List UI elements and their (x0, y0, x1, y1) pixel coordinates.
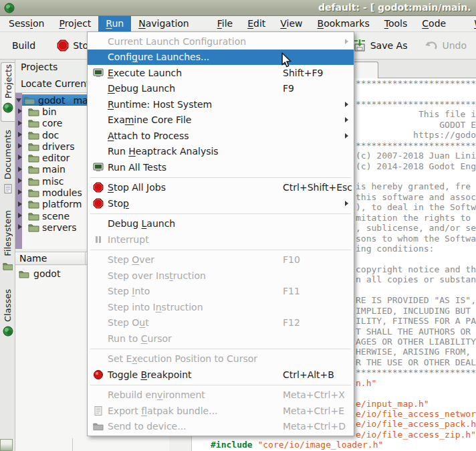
folder-icon (28, 199, 39, 209)
menubar-item-tools[interactable]: Tools (377, 16, 415, 31)
expander-closed-icon[interactable] (18, 120, 22, 126)
submenu-arrow-icon (345, 102, 348, 107)
menubar-item-view[interactable]: View (273, 16, 310, 31)
sidebar-tab-label: Documents (3, 128, 13, 181)
expander-closed-icon[interactable] (18, 167, 22, 172)
menubar-item-run[interactable]: Run (98, 16, 131, 31)
menu-item-execute-launch[interactable]: Execute LaunchShift+F9 (88, 65, 354, 81)
code-line: (c) 2007-2018 Juan Lini (356, 151, 476, 161)
menu-item-shortcut: Meta+Ctrl+X (283, 389, 345, 400)
menu-item-rebuild-environment: Rebuild environmentMeta+Ctrl+X (88, 387, 354, 403)
code-lines: ****************************************… (356, 78, 476, 450)
code-line: e/io/file_access_pack.h (356, 419, 476, 429)
code-line: GODOT E (356, 120, 476, 130)
submenu-arrow-icon (345, 39, 348, 44)
expander-closed-icon[interactable] (18, 155, 22, 160)
blank-icon (92, 333, 105, 344)
sidebar-tab-documents[interactable]: Documents (1, 128, 15, 202)
code-line: n.h" (356, 378, 476, 388)
editor-tab[interactable] (353, 62, 378, 78)
menu-item-shortcut: Meta+Ctrl+E (283, 405, 344, 416)
blank-icon (92, 52, 105, 63)
expander-closed-icon[interactable] (18, 143, 22, 149)
folder-icon (28, 130, 39, 140)
menu-item-toggle-breakpoint[interactable]: Toggle BreakpointCtrl+Alt+B (88, 367, 354, 383)
menubar-item-file[interactable]: File (210, 16, 240, 31)
code-line: copyright notice and th (356, 264, 476, 274)
code-line: ILITY, FITNESS FOR A PA (356, 316, 476, 326)
menu-item-shortcut: F9 (283, 83, 294, 94)
sidebar-tab-classes[interactable]: Classes (1, 288, 15, 341)
blank-icon (92, 270, 105, 281)
save-as-button[interactable]: Save As (349, 36, 412, 55)
menu-item-stop[interactable]: Stop (88, 195, 354, 211)
expander-open-icon[interactable] (16, 98, 21, 102)
menu-item-runtime-host-system[interactable]: Runtime: Host System (88, 96, 354, 112)
run-menu: Current Launch ConfigurationConfigure La… (87, 31, 354, 436)
stop-icon (57, 39, 69, 52)
kdevelop-app-icon (4, 3, 15, 13)
menu-item-stop-all-jobs[interactable]: Stop All JobsCtrl+Shift+Esc (88, 180, 354, 196)
menu-item-shortcut: Meta+Ctrl+D (283, 421, 346, 432)
code-line: R THE USE OR OTHER DEAL (356, 357, 476, 367)
folder-icon (28, 118, 39, 128)
code-line: n all copies or substan (356, 274, 476, 284)
doctab-icon (3, 183, 13, 194)
code-line: RE IS PROVIDED "AS IS", (356, 295, 476, 305)
blank-icon (92, 146, 105, 157)
sidebar-tab-label: Filesystem (3, 209, 13, 258)
menu-item-debug-launch[interactable]: Debug Launch (88, 216, 354, 232)
tree-item-label: platform (42, 199, 82, 209)
column-header-name[interactable]: Name (15, 252, 86, 264)
menu-item-examine-core-file[interactable]: Examine Core File (88, 112, 354, 128)
menu-item-debug-launch[interactable]: Debug LaunchF9 (88, 81, 354, 97)
expander-closed-icon[interactable] (18, 178, 22, 183)
menu-item-shortcut: F11 (283, 286, 300, 296)
expander-closed-icon[interactable] (18, 108, 22, 114)
folder-icon (28, 177, 39, 186)
expander-closed-icon[interactable] (18, 132, 22, 137)
expander-closed-icon[interactable] (18, 224, 22, 230)
build-button[interactable]: Build (8, 37, 39, 54)
folder-icon (28, 107, 39, 116)
menu-item-step-into: Step IntoF11 (88, 284, 354, 300)
menubar-item-project[interactable]: Project (51, 16, 98, 31)
menubar-item-session[interactable]: Session (1, 16, 51, 31)
menubar-item-window[interactable]: Window (467, 16, 476, 31)
code-line: AGES OR OTHER LIABILITY (356, 337, 476, 347)
tree-item-label: modules (42, 187, 82, 198)
code-line: ing conditions: (356, 244, 476, 254)
sidebar-tab-filesystem[interactable]: Filesystem (1, 209, 15, 280)
folder-icon (28, 223, 39, 232)
menu-item-shortcut: Ctrl+Alt+B (283, 369, 334, 380)
menubar-item-code[interactable]: Code (414, 16, 453, 31)
code-line: sons to whom the Softwa (356, 234, 476, 244)
expander-closed-icon[interactable] (18, 213, 22, 218)
monitor-icon (92, 161, 105, 173)
tree-item-label: drivers (42, 141, 74, 152)
code-line: **************************************** (356, 78, 476, 88)
menubar-item-edit[interactable]: Edit (240, 16, 273, 31)
undo-button-label: Undo (442, 40, 467, 51)
tree-item-label: misc (42, 176, 64, 187)
menubar-item-navigation[interactable]: Navigation (131, 16, 197, 31)
expander-closed-icon[interactable] (18, 189, 22, 195)
expander-closed-icon[interactable] (18, 201, 22, 207)
code-line: T SHALL THE AUTHORS OR (356, 327, 476, 337)
code-line: e/input_map.h" (356, 399, 476, 409)
code-line (356, 388, 476, 398)
pause-icon (92, 234, 105, 245)
menu-item-run-heaptrack-analysis[interactable]: Run Heaptrack Analysis (88, 144, 354, 160)
folder-icon (28, 142, 39, 151)
menubar-item-bookmarks[interactable]: Bookmarks (310, 16, 377, 31)
menu-item-run-all-tests[interactable]: Run All Tests (88, 159, 354, 175)
code-line: e/io/file_access_zip.h" (356, 430, 476, 440)
folder-icon (28, 188, 39, 197)
menu-item-run-to-cursor: Run to Cursor (88, 331, 354, 347)
menu-item-attach-to-process[interactable]: Attach to Process (88, 128, 354, 144)
code-line: HERWISE, ARISING FROM, (356, 347, 476, 357)
menu-item-configure-launches[interactable]: Configure Launches... (88, 50, 354, 66)
sidebar-tab-projects[interactable]: Projects (1, 62, 15, 122)
save-as-button-label: Save As (370, 40, 408, 51)
folder-icon (28, 211, 39, 221)
